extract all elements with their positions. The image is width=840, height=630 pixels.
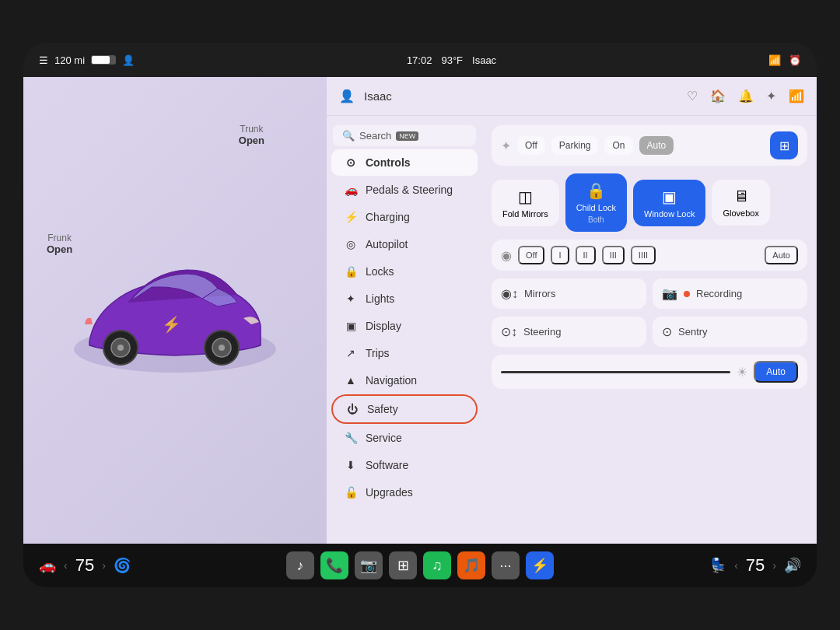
vent-1-btn[interactable]: I bbox=[551, 246, 569, 264]
display-label: Display bbox=[366, 320, 401, 332]
brightness-row: ☀ Auto bbox=[492, 355, 807, 389]
sidebar-item-controls[interactable]: ⊙ Controls bbox=[331, 149, 478, 176]
glovebox-card[interactable]: 🖥 Glovebox bbox=[712, 180, 769, 226]
app-grid[interactable]: ⊞ bbox=[389, 551, 417, 579]
service-icon: 🔧 bbox=[344, 432, 358, 444]
sentry-label: Sentry bbox=[678, 326, 708, 338]
child-lock-card[interactable]: 🔒 Child Lock Both bbox=[565, 173, 627, 232]
bluetooth-header-icon[interactable]: ✦ bbox=[766, 89, 776, 103]
temp-left-chevron-right[interactable]: › bbox=[102, 559, 106, 572]
app-more[interactable]: ··· bbox=[492, 551, 520, 579]
app-music-note[interactable]: ♪ bbox=[286, 551, 314, 579]
app-music[interactable]: 🎵 bbox=[457, 551, 485, 579]
fold-mirrors-card[interactable]: ◫ Fold Mirrors bbox=[492, 180, 559, 226]
brightness-auto-btn[interactable]: Auto bbox=[754, 361, 798, 383]
status-center: 17:02 93°F Isaac bbox=[407, 54, 496, 66]
parking-btn[interactable]: Parking bbox=[551, 136, 599, 155]
search-bar[interactable]: 🔍 Search NEW bbox=[333, 125, 476, 146]
grid-icon: ⊞ bbox=[397, 557, 409, 574]
vent-3-btn[interactable]: III bbox=[602, 246, 625, 264]
status-bar: ☰ 120 mi 👤 17:02 93°F Isaac 📶 ⏰ bbox=[23, 43, 817, 77]
sidebar-item-display[interactable]: ▣ Display bbox=[331, 313, 478, 339]
menu-icon[interactable]: ☰ bbox=[39, 54, 48, 66]
svg-point-6 bbox=[117, 345, 124, 351]
controls-label: Controls bbox=[366, 156, 411, 169]
heart-icon[interactable]: ♡ bbox=[687, 89, 698, 103]
volume-icon[interactable]: 🔊 bbox=[784, 557, 801, 574]
fan-icon[interactable]: 🌀 bbox=[114, 557, 131, 574]
svg-point-3 bbox=[219, 345, 225, 351]
menu-content: 🔍 Search NEW ⊙ Controls 🚗 Pedals & Steer… bbox=[327, 116, 817, 544]
temp-right-chevron-left[interactable]: ‹ bbox=[734, 559, 738, 572]
status-left: ☰ 120 mi 👤 bbox=[39, 54, 135, 66]
frunk-label: Frunk bbox=[47, 233, 72, 243]
sidebar-item-upgrades[interactable]: 🔓 Upgrades bbox=[331, 479, 478, 506]
sidebar-item-trips[interactable]: ↗ Trips bbox=[331, 340, 478, 366]
sentry-card[interactable]: ⊙ Sentry bbox=[653, 317, 807, 347]
autopilot-icon: ◎ bbox=[344, 238, 358, 250]
temp-right-chevron-right[interactable]: › bbox=[772, 559, 776, 572]
lights-on-btn[interactable]: On bbox=[604, 136, 632, 155]
user-header: 👤 Isaac ♡ 🏠 🔔 ✦ 📶 bbox=[327, 77, 817, 116]
trunk-status: Open bbox=[239, 135, 264, 146]
sidebar-item-locks[interactable]: 🔒 Locks bbox=[331, 258, 478, 285]
navigation-icon: ▲ bbox=[344, 374, 358, 387]
taskbar-left: 🚗 ‹ 75 › 🌀 bbox=[39, 555, 131, 576]
vent-4-btn[interactable]: IIII bbox=[631, 246, 656, 264]
brightness-bar[interactable] bbox=[501, 371, 730, 373]
locks-label: Locks bbox=[366, 265, 394, 278]
steering-label: Steering bbox=[523, 326, 561, 338]
taskbar-center: ♪ 📞 📷 ⊞ ♫ 🎵 ··· ⚡ bbox=[286, 551, 554, 579]
trunk-info: Trunk Open bbox=[239, 124, 264, 146]
range-display: 120 mi bbox=[54, 54, 85, 66]
app-phone[interactable]: 📞 bbox=[320, 551, 348, 579]
more-icon: ··· bbox=[499, 558, 511, 574]
wifi-header-icon[interactable]: 📶 bbox=[789, 89, 804, 103]
taskbar: 🚗 ‹ 75 › 🌀 ♪ 📞 📷 ⊞ ♫ 🎵 bbox=[23, 544, 817, 587]
sidebar-item-safety[interactable]: ⏻ Safety bbox=[331, 394, 478, 424]
window-lock-label: Window Lock bbox=[644, 209, 695, 219]
frunk-info: Frunk Open bbox=[47, 233, 72, 255]
temp-left-chevron[interactable]: ‹ bbox=[64, 559, 68, 572]
sidebar-item-service[interactable]: 🔧 Service bbox=[331, 425, 478, 451]
sidebar-item-charging[interactable]: ⚡ Charging bbox=[331, 204, 478, 230]
app-spotify[interactable]: ♫ bbox=[423, 551, 451, 579]
recording-icon: 📷 bbox=[662, 286, 677, 301]
fold-mirrors-icon: ◫ bbox=[518, 187, 533, 206]
mirrors-label: Mirrors bbox=[524, 288, 555, 299]
home-icon[interactable]: 🏠 bbox=[710, 89, 726, 103]
app-camera[interactable]: 📷 bbox=[355, 551, 383, 579]
sidebar-item-software[interactable]: ⬇ Software bbox=[331, 452, 478, 478]
vent-auto-btn[interactable]: Auto bbox=[765, 246, 798, 264]
steering-card[interactable]: ⊙↕ Steering bbox=[492, 317, 646, 347]
child-lock-sub: Both bbox=[588, 215, 604, 224]
app-bluetooth[interactable]: ⚡ bbox=[526, 551, 554, 579]
user-name: Isaac bbox=[364, 89, 677, 103]
upgrades-label: Upgrades bbox=[366, 486, 413, 499]
profile-icon[interactable]: 👤 bbox=[122, 54, 135, 66]
lights-off-btn[interactable]: Off bbox=[517, 136, 545, 155]
steering-icon: ⊙↕ bbox=[501, 324, 517, 339]
sidebar-item-autopilot[interactable]: ◎ Autopilot bbox=[331, 231, 478, 257]
sidebar-item-navigation[interactable]: ▲ Navigation bbox=[331, 367, 478, 394]
svg-text:⚡: ⚡ bbox=[162, 315, 181, 334]
spotify-icon: ♫ bbox=[432, 558, 443, 574]
recording-card[interactable]: 📷 Recording bbox=[653, 278, 807, 309]
sidebar-item-lights[interactable]: ✦ Lights bbox=[331, 285, 478, 312]
lights-label: Lights bbox=[366, 292, 394, 305]
lights-auto-btn[interactable]: Auto bbox=[639, 136, 674, 155]
vent-2-btn[interactable]: II bbox=[576, 246, 596, 264]
sidebar: 🔍 Search NEW ⊙ Controls 🚗 Pedals & Steer… bbox=[327, 116, 482, 544]
trunk-label: Trunk bbox=[239, 124, 264, 135]
window-lock-card[interactable]: ▣ Window Lock bbox=[633, 180, 705, 226]
mirrors-card[interactable]: ◉↕ Mirrors bbox=[492, 278, 646, 309]
autopilot-label: Autopilot bbox=[366, 238, 408, 250]
vent-off-btn[interactable]: Off bbox=[518, 246, 544, 264]
pedals-label: Pedals & Steering bbox=[366, 184, 453, 196]
tesla-display: ☰ 120 mi 👤 17:02 93°F Isaac 📶 ⏰ Trunk Op… bbox=[23, 43, 817, 587]
car-taskbar-icon[interactable]: 🚗 bbox=[39, 557, 56, 574]
lights-detail-btn[interactable]: ⊞ bbox=[770, 131, 798, 159]
sidebar-item-pedals[interactable]: 🚗 Pedals & Steering bbox=[331, 177, 478, 203]
bell-icon[interactable]: 🔔 bbox=[738, 89, 754, 103]
seat-icon[interactable]: 💺 bbox=[709, 557, 726, 574]
